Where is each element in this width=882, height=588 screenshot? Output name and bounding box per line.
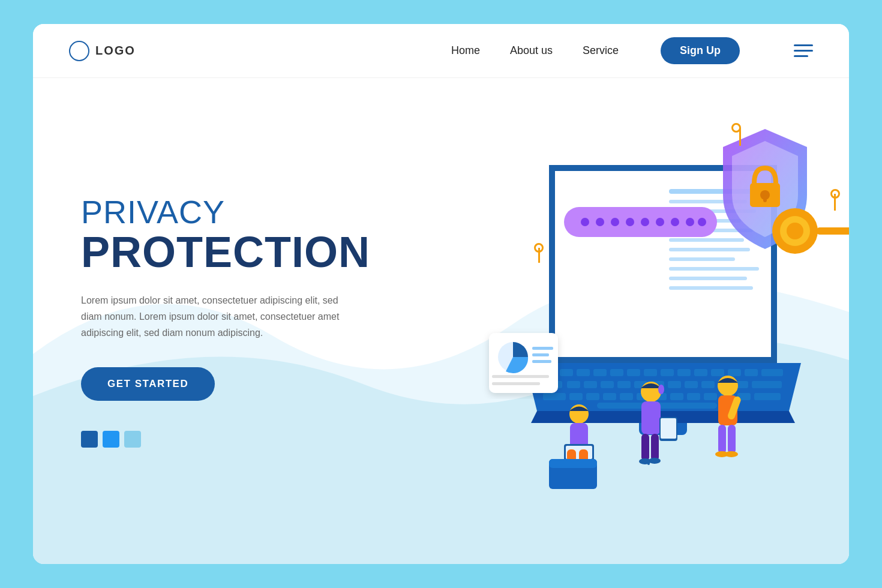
svg-rect-39	[567, 381, 580, 388]
svg-point-72	[787, 223, 803, 239]
svg-rect-98	[651, 434, 659, 461]
illustration	[477, 105, 849, 525]
svg-rect-11	[669, 277, 747, 280]
hero-description: Lorem ipsum dolor sit amet, consectetuer…	[81, 292, 345, 341]
svg-point-22	[698, 218, 706, 226]
svg-rect-94	[641, 401, 661, 434]
hero-title-light: PRIVACY	[81, 194, 441, 230]
svg-point-17	[626, 218, 634, 226]
svg-rect-54	[603, 393, 616, 400]
svg-rect-50	[752, 381, 782, 388]
svg-rect-42	[617, 381, 631, 388]
svg-rect-26	[577, 369, 590, 376]
svg-rect-7	[669, 238, 744, 242]
svg-rect-8	[669, 248, 750, 251]
navbar: LOGO Home About us Service Sign Up	[33, 24, 849, 78]
right-panel	[477, 78, 849, 564]
nav-service[interactable]: Service	[583, 44, 619, 57]
svg-rect-41	[601, 381, 614, 388]
indicator-dot-2	[103, 431, 119, 448]
svg-rect-79	[532, 347, 553, 350]
svg-point-18	[641, 218, 649, 226]
logo-icon	[69, 41, 89, 61]
svg-rect-10	[669, 267, 759, 271]
nav-links: Home About us Service Sign Up	[451, 37, 813, 64]
svg-rect-46	[685, 381, 698, 388]
svg-point-20	[671, 218, 679, 226]
nav-home[interactable]: Home	[451, 44, 480, 57]
svg-rect-51	[543, 393, 566, 400]
svg-rect-36	[745, 369, 758, 376]
svg-rect-9	[669, 257, 735, 261]
svg-rect-27	[593, 369, 607, 376]
svg-rect-30	[644, 369, 657, 376]
svg-point-14	[581, 218, 589, 226]
svg-point-21	[686, 218, 694, 226]
svg-rect-31	[661, 369, 674, 376]
svg-point-15	[596, 218, 604, 226]
svg-point-93	[658, 385, 664, 394]
svg-rect-81	[532, 360, 551, 363]
svg-point-108	[725, 451, 738, 457]
svg-rect-110	[549, 459, 597, 468]
indicator-dot-3	[124, 431, 141, 448]
svg-rect-96	[661, 418, 676, 439]
svg-rect-97	[641, 434, 649, 461]
svg-rect-60	[704, 393, 717, 400]
dot-indicators	[81, 431, 441, 448]
keyhole-line-left	[538, 248, 540, 263]
svg-rect-53	[586, 393, 599, 400]
svg-rect-52	[569, 393, 583, 400]
main-content: PRIVACY PROTECTION Lorem ipsum dolor sit…	[33, 78, 849, 564]
svg-rect-58	[670, 393, 683, 400]
svg-point-19	[656, 218, 664, 226]
keyhole-line-right	[834, 194, 836, 211]
svg-rect-82	[492, 375, 549, 378]
svg-rect-40	[584, 381, 597, 388]
svg-rect-32	[677, 369, 691, 376]
svg-rect-55	[620, 393, 633, 400]
svg-rect-45	[668, 381, 681, 388]
svg-rect-59	[687, 393, 700, 400]
svg-rect-28	[610, 369, 623, 376]
get-started-button[interactable]: GET STARTED	[81, 367, 215, 401]
svg-rect-83	[492, 382, 540, 385]
svg-rect-105	[718, 425, 726, 454]
main-card: LOGO Home About us Service Sign Up PRIVA…	[33, 24, 849, 564]
svg-rect-63	[754, 393, 781, 400]
svg-rect-69	[763, 195, 767, 202]
nav-about[interactable]: About us	[510, 44, 553, 57]
svg-rect-73	[816, 227, 849, 235]
svg-rect-106	[728, 425, 736, 454]
hamburger-menu[interactable]	[794, 44, 813, 57]
main-illustration-svg	[477, 105, 849, 525]
hero-title-bold: PROTECTION	[81, 230, 441, 275]
svg-rect-25	[560, 369, 573, 376]
indicator-dot-1	[81, 431, 98, 448]
svg-rect-33	[694, 369, 707, 376]
svg-rect-34	[711, 369, 724, 376]
signup-button[interactable]: Sign Up	[661, 37, 740, 64]
logo-area: LOGO	[69, 41, 451, 61]
left-panel: PRIVACY PROTECTION Lorem ipsum dolor sit…	[33, 78, 477, 564]
svg-rect-47	[701, 381, 715, 388]
logo-text: LOGO	[95, 44, 136, 58]
keyhole-line-top	[739, 128, 741, 146]
svg-point-16	[611, 218, 619, 226]
svg-rect-35	[728, 369, 741, 376]
svg-rect-37	[761, 369, 783, 376]
svg-point-101	[649, 458, 661, 464]
svg-rect-80	[532, 353, 549, 356]
svg-rect-12	[669, 286, 753, 290]
svg-rect-29	[627, 369, 640, 376]
